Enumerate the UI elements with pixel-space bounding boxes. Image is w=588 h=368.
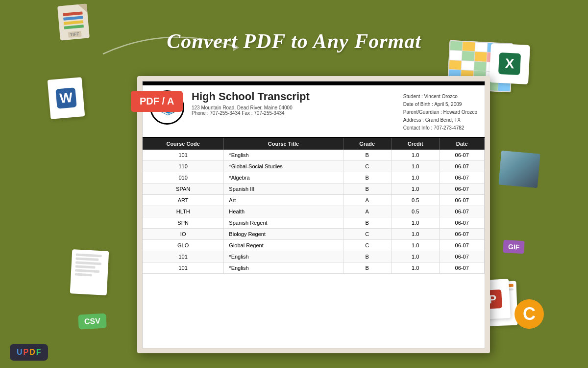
table-cell: 101 <box>143 251 224 263</box>
table-cell: 06-07 <box>440 195 485 206</box>
photo-file-icon <box>498 151 540 188</box>
table-row: 101*EnglishB1.006-07 <box>143 251 485 263</box>
document-inner: 📚 High School Transcript 123 Mountain Ro… <box>142 81 485 348</box>
table-cell: B <box>343 263 391 274</box>
excel-x-letter: X <box>498 53 521 75</box>
table-cell: B <box>343 217 391 229</box>
col-header-credit: Credit <box>391 138 439 150</box>
table-cell: 1.0 <box>391 184 439 195</box>
table-cell: Health <box>224 206 343 217</box>
c-file-icon: C <box>514 299 544 329</box>
document-container: 📚 High School Transcript 123 Mountain Ro… <box>137 76 490 353</box>
table-cell: 1.0 <box>391 263 439 274</box>
table-cell: A <box>343 206 391 217</box>
table-cell: 1.0 <box>391 251 439 263</box>
table-cell: 06-07 <box>440 206 485 217</box>
small-doc-icon <box>70 249 109 295</box>
gif-file-icon: GIF <box>503 240 525 254</box>
table-row: 110*Global-Social StudiesC1.006-07 <box>143 161 485 172</box>
table-cell: C <box>343 229 391 240</box>
col-header-title: Course Title <box>224 138 343 150</box>
updf-logo: UPDF <box>10 344 48 361</box>
doc-title: High School Transcript <box>192 90 403 103</box>
table-cell: 06-07 <box>440 150 485 161</box>
table-cell: HLTH <box>143 206 224 217</box>
table-cell: *Global-Social Studies <box>224 161 343 172</box>
table-cell: 1.0 <box>391 172 439 184</box>
table-cell: 0.5 <box>391 206 439 217</box>
table-cell: 1.0 <box>391 229 439 240</box>
doc-header-bar <box>143 81 485 85</box>
table-row: 101*EnglishB1.006-07 <box>143 150 485 161</box>
table-cell: B <box>343 150 391 161</box>
table-cell: *English <box>224 251 343 263</box>
word-w-letter: W <box>55 87 76 108</box>
col-header-code: Course Code <box>143 138 224 150</box>
table-cell: 06-07 <box>440 184 485 195</box>
table-cell: 06-07 <box>440 161 485 172</box>
col-header-date: Date <box>440 138 485 150</box>
table-cell: ART <box>143 195 224 206</box>
table-cell: 010 <box>143 172 224 184</box>
table-row: GLOGlobal RegentC1.006-07 <box>143 240 485 251</box>
table-cell: Biology Regent <box>224 229 343 240</box>
table-cell: 1.0 <box>391 240 439 251</box>
csv-file-icon: CSV <box>78 314 106 330</box>
table-cell: 1.0 <box>391 217 439 229</box>
updf-u: U <box>17 348 23 357</box>
table-cell: GLO <box>143 240 224 251</box>
table-cell: B <box>343 251 391 263</box>
table-row: 101*EnglishB1.006-07 <box>143 263 485 274</box>
table-row: IOBiology RegentC1.006-07 <box>143 229 485 240</box>
updf-p: P <box>24 348 29 357</box>
doc-title-block: High School Transcript 123 Mountain Road… <box>192 90 403 132</box>
table-cell: C <box>343 161 391 172</box>
table-cell: B <box>343 184 391 195</box>
student-contact: Contact Info : 707-273-4782 <box>403 124 477 132</box>
table-cell: IO <box>143 229 224 240</box>
table-row: 010*AlgebraB1.006-07 <box>143 172 485 184</box>
student-address: Address : Grand Bend, TX <box>403 116 477 124</box>
table-cell: A <box>343 195 391 206</box>
student-dob: Date of Birth : April 5, 2009 <box>403 101 477 108</box>
updf-d: D <box>29 348 35 357</box>
student-guardian: Parent/Guardian : Howard Orozco <box>403 108 477 116</box>
table-cell: Global Regent <box>224 240 343 251</box>
table-row: SPNSpanish RegentB1.006-07 <box>143 217 485 229</box>
pdf-badge: PDF / A <box>131 91 183 112</box>
doc-header-content: 📚 High School Transcript 123 Mountain Ro… <box>143 85 485 138</box>
table-cell: 06-07 <box>440 240 485 251</box>
table-cell: 1.0 <box>391 161 439 172</box>
table-cell: SPN <box>143 217 224 229</box>
transcript-table: Course Code Course Title Grade Credit Da… <box>143 138 485 274</box>
excel-file-icon: X <box>489 43 530 84</box>
table-cell: B <box>343 172 391 184</box>
table-cell: 06-07 <box>440 263 485 274</box>
table-cell: 06-07 <box>440 217 485 229</box>
table-header-row: Course Code Course Title Grade Credit Da… <box>143 138 485 150</box>
doc-address: 123 Mountain Road, Dead River, Maine 040… <box>192 105 403 110</box>
table-cell: 110 <box>143 161 224 172</box>
table-cell: SPAN <box>143 184 224 195</box>
doc-phone: Phone : 707-255-3434 Fax : 707-255-3434 <box>192 110 403 116</box>
word-file-icon: W <box>48 77 85 119</box>
table-cell: 06-07 <box>440 251 485 263</box>
col-header-grade: Grade <box>343 138 391 150</box>
table-cell: Art <box>224 195 343 206</box>
table-row: SPANSpanish IIIB1.006-07 <box>143 184 485 195</box>
table-cell: *English <box>224 263 343 274</box>
table-row: HLTHHealthA0.506-07 <box>143 206 485 217</box>
student-name: Student : Vincent Orozco <box>403 93 477 101</box>
updf-f: F <box>36 348 41 357</box>
table-cell: 101 <box>143 150 224 161</box>
table-cell: 0.5 <box>391 195 439 206</box>
table-cell: C <box>343 240 391 251</box>
table-row: ARTArtA0.506-07 <box>143 195 485 206</box>
tiff-label: TIFF <box>68 31 81 38</box>
table-cell: Spanish III <box>224 184 343 195</box>
table-cell: Spanish Regent <box>224 217 343 229</box>
table-cell: *Algebra <box>224 172 343 184</box>
table-cell: 1.0 <box>391 150 439 161</box>
table-cell: 101 <box>143 263 224 274</box>
table-cell: 06-07 <box>440 229 485 240</box>
